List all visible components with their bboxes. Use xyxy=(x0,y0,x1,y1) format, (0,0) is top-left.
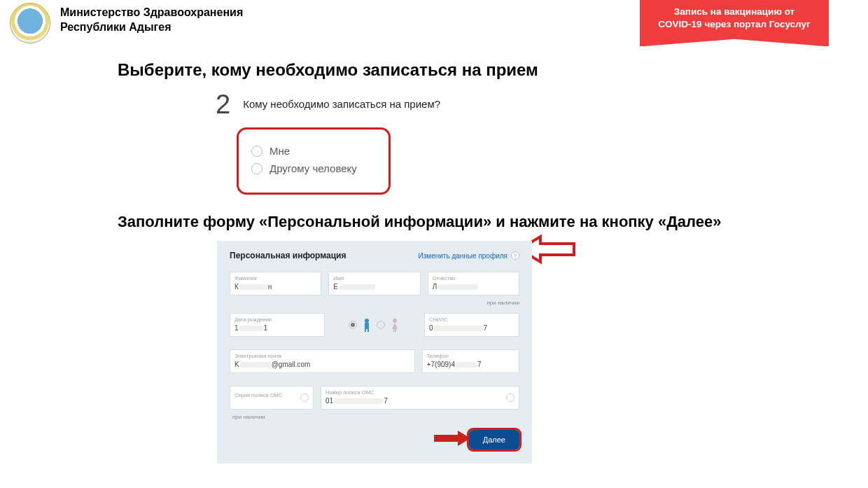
oms-number-value: 017 xyxy=(326,397,388,405)
snils-value: 07 xyxy=(429,324,487,332)
firstname-field[interactable]: Имя Е xyxy=(328,272,420,295)
step-number-icon: 2 xyxy=(216,91,230,118)
lastname-field[interactable]: Фамилия Кн xyxy=(230,272,321,295)
instruction-heading-2: Заполните форму «Персональной информации… xyxy=(118,213,826,231)
radio-option-other[interactable]: Другому человеку xyxy=(251,162,376,174)
gender-selector[interactable] xyxy=(332,313,417,337)
org-line-2: Республики Адыгея xyxy=(60,20,243,35)
instruction-heading-1: Выберите, кому необходимо записаться на … xyxy=(118,60,826,80)
svg-rect-6 xyxy=(395,328,396,332)
svg-point-0 xyxy=(365,319,369,323)
firstname-label: Имя xyxy=(333,275,415,281)
lastname-value: Кн xyxy=(234,283,272,291)
radio-icon xyxy=(251,146,262,157)
email-label: Электронная почта xyxy=(234,353,410,359)
optional-hint-1: при наличии xyxy=(230,300,519,306)
svg-rect-2 xyxy=(365,328,366,332)
dob-value: 11 xyxy=(234,324,267,332)
radio-label-other: Другому человеку xyxy=(270,162,357,174)
radio-option-me[interactable]: Мне xyxy=(251,145,376,157)
personal-info-panel-wrap: Персональная информация Изменить данные … xyxy=(217,241,532,463)
gender-male-radio[interactable] xyxy=(349,321,357,329)
patronymic-value: Л xyxy=(433,283,479,291)
page-header: Министерство Здравоохранения Республики … xyxy=(0,0,868,56)
personal-info-panel: Персональная информация Изменить данные … xyxy=(217,241,532,463)
phone-value: +7(909)47 xyxy=(427,361,482,368)
radio-icon xyxy=(251,163,262,174)
email-value: K@gmail.com xyxy=(234,361,310,368)
firstname-value: Е xyxy=(333,283,376,291)
oms-number-field[interactable]: Номер полиса ОМС 017 xyxy=(321,386,519,410)
badge-line-1: Запись на вакцинацию от xyxy=(647,6,822,18)
svg-rect-1 xyxy=(365,323,369,329)
patronymic-label: Отчество xyxy=(433,275,514,281)
banner-badge: Запись на вакцинацию от COVID-19 через п… xyxy=(640,0,829,46)
radio-label-me: Мне xyxy=(270,145,290,157)
step-2-row: 2 Кому необходимо записаться на прием? xyxy=(216,91,826,118)
badge-line-2: COVID-19 через портал Госуслуг xyxy=(647,18,822,31)
panel-title: Персональная информация xyxy=(230,251,346,260)
help-icon[interactable]: ? xyxy=(511,251,519,260)
patronymic-field[interactable]: Отчество Л xyxy=(428,272,519,295)
svg-rect-3 xyxy=(368,328,369,332)
next-button[interactable]: Далее xyxy=(469,430,519,449)
organization-name: Министерство Здравоохранения Республики … xyxy=(60,3,243,35)
female-icon xyxy=(389,318,400,332)
who-radio-group: Мне Другому человеку xyxy=(237,127,391,195)
step-2-question: Кому необходимо записаться на прием? xyxy=(243,91,440,110)
snils-field[interactable]: СНИЛС 07 xyxy=(424,313,519,337)
edit-profile-link[interactable]: Изменить данные профиля ? xyxy=(419,251,519,260)
dob-field[interactable]: Дата рождения 11 xyxy=(230,313,325,337)
oms-series-label: Серия полиса ОМС xyxy=(234,389,309,398)
org-line-1: Министерство Здравоохранения xyxy=(60,6,243,20)
email-field[interactable]: Электронная почта K@gmail.com xyxy=(230,349,415,373)
organization-block: Министерство Здравоохранения Республики … xyxy=(10,3,243,43)
phone-field[interactable]: Телефон +7(909)47 xyxy=(422,349,519,373)
optional-hint-2: при наличии xyxy=(232,414,519,420)
lastname-label: Фамилия xyxy=(234,275,316,281)
oms-number-label: Номер полиса ОМС xyxy=(326,389,514,396)
pointer-arrow-right-icon xyxy=(433,429,472,450)
gender-female-radio[interactable] xyxy=(377,321,385,329)
edit-profile-link-text: Изменить данные профиля xyxy=(419,252,507,260)
male-icon xyxy=(361,318,372,332)
page-content: Выберите, кому необходимо записаться на … xyxy=(118,60,826,463)
snils-label: СНИЛС xyxy=(429,316,514,323)
dob-label: Дата рождения xyxy=(234,316,320,323)
oms-series-field[interactable]: Серия полиса ОМС xyxy=(230,386,314,410)
emblem-icon xyxy=(10,3,50,43)
svg-rect-5 xyxy=(393,328,395,332)
phone-label: Телефон xyxy=(427,353,514,359)
svg-point-4 xyxy=(393,319,397,323)
